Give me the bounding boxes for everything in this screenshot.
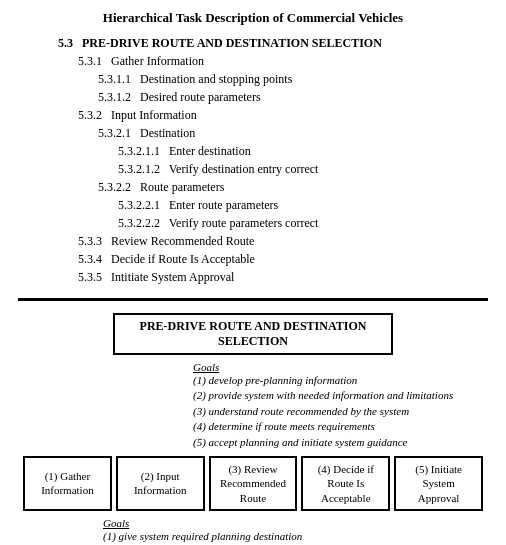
task-box-4: (4) Decide ifRoute IsAcceptable (301, 456, 390, 511)
goal-4: (4) determine if route meets requirement… (193, 419, 483, 434)
sub-goals-label: Goals (103, 517, 483, 529)
outline-item-5-3-3: 5.3.3 Review Recommended Route (78, 232, 478, 250)
outline-item-5-3-2-2: 5.3.2.2 Route parameters (98, 178, 478, 196)
outline-item-5-3: 5.3 PRE-DRIVE ROUTE AND DESTINATION SELE… (58, 34, 478, 52)
task-box-1: (1) GatherInformation (23, 456, 112, 511)
diagram-title-box: PRE-DRIVE ROUTE AND DESTINATION SELECTIO… (113, 313, 393, 355)
outline-item-5-3-1-2: 5.3.1.2 Desired route parameters (98, 88, 478, 106)
outline-item-5-3-2-2-2: 5.3.2.2.2 Verify route parameters correc… (118, 214, 478, 232)
outline-item-5-3-1: 5.3.1 Gather Information (78, 52, 478, 70)
diagram-goals-block: Goals (1) develop pre-planning informati… (193, 361, 483, 450)
goal-1: (1) develop pre-planning information (193, 373, 483, 388)
task-box-5: (5) InitiateSystemApproval (394, 456, 483, 511)
goal-3: (3) understand route recommended by the … (193, 404, 483, 419)
outline-item-5-3-2: 5.3.2 Input Information (78, 106, 478, 124)
outline-item-5-3-1-1: 5.3.1.1 Destination and stopping points (98, 70, 478, 88)
goal-5: (5) accept planning and initiate system … (193, 435, 483, 450)
goals-label: Goals (193, 361, 483, 373)
outline-item-5-3-2-1-1: 5.3.2.1.1 Enter destination (118, 142, 478, 160)
outline-item-5-3-4: 5.3.4 Decide if Route Is Acceptable (78, 250, 478, 268)
main-task-row: (1) GatherInformation (2) InputInformati… (23, 456, 483, 511)
page-title: Hierarchical Task Description of Commerc… (18, 10, 488, 26)
sub-goals-block: Goals (1) give system required planning … (103, 517, 483, 545)
task-box-2: (2) InputInformation (116, 456, 205, 511)
task-box-3: (3) ReviewRecommendedRoute (209, 456, 298, 511)
page: Hierarchical Task Description of Commerc… (0, 0, 506, 545)
outline-list: 5.3 PRE-DRIVE ROUTE AND DESTINATION SELE… (18, 34, 488, 286)
outline-item-5-3-5: 5.3.5 Intitiate System Approval (78, 268, 478, 286)
sub-goal-1: (1) give system required planning destin… (103, 529, 483, 544)
outline-item-5-3-2-1-2: 5.3.2.1.2 Verify destination entry corre… (118, 160, 478, 178)
outline-item-5-3-2-1: 5.3.2.1 Destination (98, 124, 478, 142)
diagram-section: PRE-DRIVE ROUTE AND DESTINATION SELECTIO… (18, 313, 488, 545)
goal-2: (2) provide system with needed informati… (193, 388, 483, 403)
outline-item-5-3-2-2-1: 5.3.2.2.1 Enter route parameters (118, 196, 478, 214)
section-divider (18, 298, 488, 301)
